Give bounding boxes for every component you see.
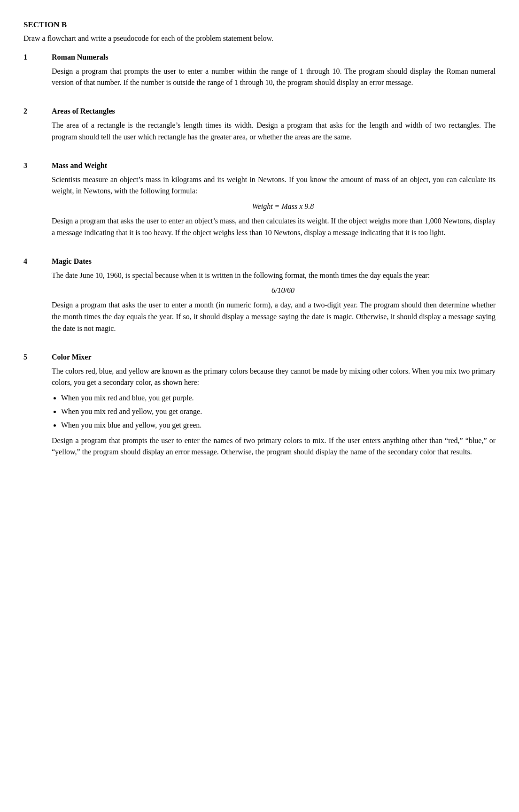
problem-body-1: Design a program that prompts the user t…: [52, 66, 496, 89]
problem-title-1: Roman Numerals: [52, 52, 496, 63]
problem-content-4: Magic Dates The date June 10, 1960, is s…: [52, 256, 496, 338]
problem-5-p2: Design a program that prompts the user t…: [52, 435, 496, 459]
problem-title-4: Magic Dates: [52, 256, 496, 267]
bullet-item-2: When you mix red and yellow, you get ora…: [61, 406, 496, 418]
problem-content-5: Color Mixer The colors red, blue, and ye…: [52, 352, 496, 462]
problem-title-3: Mass and Weight: [52, 160, 496, 171]
section-instruction: Draw a flowchart and write a pseudocode …: [23, 33, 496, 44]
problem-1-p1: Design a program that prompts the user t…: [52, 66, 496, 89]
problem-3-formula: Weight = Mass x 9.8: [70, 201, 496, 213]
problem-5-p1: The colors red, blue, and yellow are kno…: [52, 366, 496, 389]
problem-content-1: Roman Numerals Design a program that pro…: [52, 52, 496, 93]
problem-title-2: Areas of Rectangles: [52, 106, 496, 117]
problem-block-1: 1 Roman Numerals Design a program that p…: [23, 52, 496, 93]
problem-4-p2: Design a program that asks the user to e…: [52, 299, 496, 334]
problem-block-4: 4 Magic Dates The date June 10, 1960, is…: [23, 256, 496, 338]
problem-block-2: 2 Areas of Rectangles The area of a rect…: [23, 106, 496, 147]
problem-number-4: 4: [23, 256, 52, 267]
section-header: SECTION B: [23, 19, 496, 31]
bullet-item-3: When you mix blue and yellow, you get gr…: [61, 420, 496, 431]
problem-content-2: Areas of Rectangles The area of a rectan…: [52, 106, 496, 147]
problem-number-3: 3: [23, 160, 52, 171]
problem-3-p1: Scientists measure an object’s mass in k…: [52, 174, 496, 198]
problem-5-bullets: When you mix red and blue, you get purpl…: [61, 392, 496, 431]
problem-block-5: 5 Color Mixer The colors red, blue, and …: [23, 352, 496, 462]
problem-number-5: 5: [23, 352, 52, 363]
problem-4-p1: The date June 10, 1960, is special becau…: [52, 270, 496, 282]
problem-body-2: The area of a rectangle is the rectangle…: [52, 120, 496, 143]
problem-body-5: The colors red, blue, and yellow are kno…: [52, 366, 496, 459]
problem-4-formula: 6/10/60: [70, 285, 496, 297]
problem-3-p2: Design a program that asks the user to e…: [52, 215, 496, 239]
problem-title-5: Color Mixer: [52, 352, 496, 363]
problem-body-3: Scientists measure an object’s mass in k…: [52, 174, 496, 239]
problem-number-2: 2: [23, 106, 52, 117]
problem-content-3: Mass and Weight Scientists measure an ob…: [52, 160, 496, 243]
bullet-item-1: When you mix red and blue, you get purpl…: [61, 392, 496, 404]
problem-2-p1: The area of a rectangle is the rectangle…: [52, 120, 496, 143]
problem-body-4: The date June 10, 1960, is special becau…: [52, 270, 496, 335]
problem-block-3: 3 Mass and Weight Scientists measure an …: [23, 160, 496, 243]
problem-number-1: 1: [23, 52, 52, 63]
